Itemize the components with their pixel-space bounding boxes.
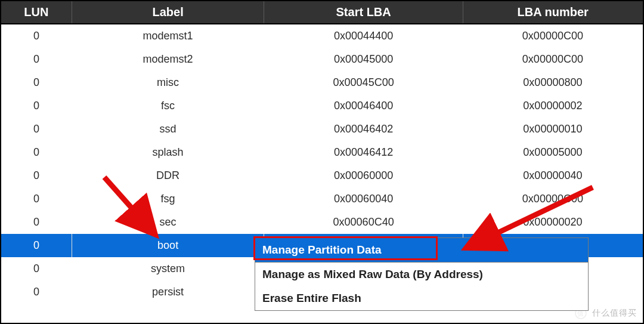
cell-lun: 0 xyxy=(1,257,72,280)
cell-lba_number: 0x00000C00 xyxy=(463,187,642,211)
cell-label: modemst1 xyxy=(72,24,264,48)
table-row[interactable]: 0sec0x00060C400x00000020 xyxy=(1,211,643,234)
cell-lba_number: 0x00000010 xyxy=(463,118,642,141)
cell-lun: 0 xyxy=(1,187,72,211)
cell-lun: 0 xyxy=(1,211,72,234)
context-menu-item[interactable]: Erase Entire Flash xyxy=(255,286,588,310)
cell-start_lba: 0x00045000 xyxy=(264,48,463,71)
cell-lun: 0 xyxy=(1,71,72,94)
cell-label: fsc xyxy=(72,94,264,118)
cell-start_lba: 0x00060000 xyxy=(264,164,463,187)
cell-label: boot xyxy=(72,234,264,257)
cell-lba_number: 0x00000020 xyxy=(463,211,642,234)
table-row[interactable]: 0ssd0x000464020x00000010 xyxy=(1,118,643,141)
col-lun[interactable]: LUN xyxy=(1,1,72,24)
cell-start_lba: 0x00060040 xyxy=(264,187,463,211)
col-label[interactable]: Label xyxy=(72,1,264,24)
cell-lun: 0 xyxy=(1,24,72,48)
cell-lba_number: 0x00000040 xyxy=(463,164,642,187)
cell-start_lba: 0x00046402 xyxy=(264,118,463,141)
cell-label: fsg xyxy=(72,187,264,211)
table-row[interactable]: 0misc0x00045C000x00000800 xyxy=(1,71,643,94)
cell-lba_number: 0x00000C00 xyxy=(463,48,642,71)
context-menu-item[interactable]: Manage Partition Data xyxy=(255,238,588,262)
cell-lun: 0 xyxy=(1,164,72,187)
cell-start_lba: 0x00046400 xyxy=(264,94,463,118)
cell-lba_number: 0x00000800 xyxy=(463,71,642,94)
table-row[interactable]: 0DDR0x000600000x00000040 xyxy=(1,164,643,187)
cell-label: sec xyxy=(72,211,264,234)
cell-lun: 0 xyxy=(1,280,72,304)
cell-label: persist xyxy=(72,280,264,304)
cell-start_lba: 0x00060C40 xyxy=(264,211,463,234)
cell-label: DDR xyxy=(72,164,264,187)
cell-label: splash xyxy=(72,141,264,164)
table-header-row: LUN Label Start LBA LBA number xyxy=(1,1,643,24)
cell-start_lba: 0x00045C00 xyxy=(264,71,463,94)
table-row[interactable]: 0fsg0x000600400x00000C00 xyxy=(1,187,643,211)
col-lba-number[interactable]: LBA number xyxy=(463,1,642,24)
cell-start_lba: 0x00044400 xyxy=(264,24,463,48)
cell-label: misc xyxy=(72,71,264,94)
cell-lba_number: 0x00005000 xyxy=(463,141,642,164)
cell-lun: 0 xyxy=(1,48,72,71)
table-row[interactable]: 0fsc0x000464000x00000002 xyxy=(1,94,643,118)
cell-lun: 0 xyxy=(1,234,72,257)
table-row[interactable]: 0modemst20x000450000x00000C00 xyxy=(1,48,643,71)
context-menu: Manage Partition DataManage as Mixed Raw… xyxy=(255,237,589,311)
cell-lun: 0 xyxy=(1,141,72,164)
table-row[interactable]: 0splash0x000464120x00005000 xyxy=(1,141,643,164)
cell-label: modemst2 xyxy=(72,48,264,71)
context-menu-item[interactable]: Manage as Mixed Raw Data (By Address) xyxy=(255,263,588,286)
cell-lba_number: 0x00000C00 xyxy=(463,24,642,48)
table-row[interactable]: 0modemst10x000444000x00000C00 xyxy=(1,24,643,48)
cell-lun: 0 xyxy=(1,118,72,141)
cell-label: system xyxy=(72,257,264,280)
watermark-text: 什么值得买 xyxy=(592,308,637,317)
cell-lba_number: 0x00000002 xyxy=(463,94,642,118)
cell-lun: 0 xyxy=(1,94,72,118)
col-start-lba[interactable]: Start LBA xyxy=(264,1,463,24)
cell-start_lba: 0x00046412 xyxy=(264,141,463,164)
cell-label: ssd xyxy=(72,118,264,141)
